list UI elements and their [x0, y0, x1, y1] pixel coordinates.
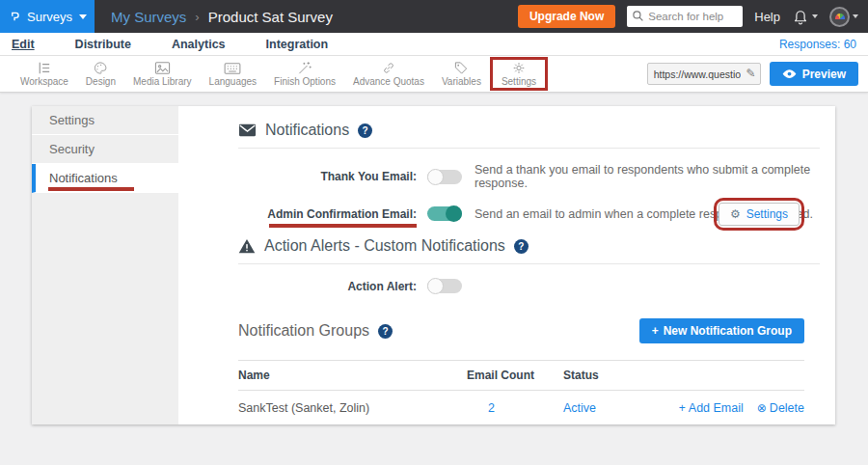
action-alert-label: Action Alert: [238, 280, 417, 293]
tab-edit[interactable]: Edit [12, 38, 35, 51]
sidebar-item-notifications[interactable]: Notifications [32, 164, 178, 193]
gauge-icon [835, 14, 845, 19]
table-row: SankTest (Sanket, Zolin) 2 Active + Add … [238, 391, 804, 425]
upgrade-now-button[interactable]: Upgrade Now [518, 5, 615, 28]
admin-confirmation-email-row: Admin Confirmation Email: Send an email … [238, 206, 820, 221]
wand-icon [297, 61, 312, 75]
toolbar-right-cluster: ✎ Preview [647, 62, 858, 86]
chain-links-icon [381, 61, 396, 75]
chevron-down-icon [853, 14, 858, 18]
app-window: Surveys My Surveys › Product Sat Survey … [0, 0, 868, 465]
survey-nav: Edit Distribute Analytics Integration Re… [0, 33, 868, 56]
breadcrumb-separator: › [195, 10, 199, 24]
admin-confirmation-email-label: Admin Confirmation Email: [238, 207, 417, 221]
help-icon[interactable]: ? [358, 123, 372, 138]
search-icon [632, 10, 644, 22]
divider [238, 148, 820, 149]
palette-icon [93, 61, 108, 75]
toolbar-item-advance-quotas[interactable]: Advance Quotas [344, 59, 433, 89]
topbar-right-cluster: Upgrade Now Help [518, 0, 868, 33]
section-title: Notifications [265, 122, 349, 139]
survey-url-input[interactable] [647, 63, 761, 85]
toolbar-item-finish-options[interactable]: Finish Options [265, 59, 344, 89]
image-icon [154, 61, 171, 75]
toggle-knob [427, 169, 444, 185]
settings-panel: Settings Security Notifications Notifica… [32, 106, 835, 424]
sidebar-item-security[interactable]: Security [32, 135, 178, 164]
breadcrumb: My Surveys › Product Sat Survey [111, 0, 333, 33]
group-status-link[interactable]: Active [563, 401, 652, 415]
tab-integration[interactable]: Integration [266, 38, 329, 51]
pencil-icon[interactable]: ✎ [746, 67, 756, 80]
breadcrumb-current: Product Sat Survey [208, 9, 333, 25]
gear-icon: ⚙ [730, 207, 741, 221]
divider [238, 263, 820, 264]
tag-icon [453, 61, 469, 75]
thank-you-email-toggle[interactable] [427, 170, 462, 184]
add-email-link[interactable]: + Add Email [679, 401, 744, 415]
new-notification-group-button[interactable]: + New Notification Group [639, 318, 804, 343]
help-link[interactable]: Help [754, 10, 780, 24]
plus-icon: + [679, 401, 686, 415]
toolbar-item-media-library[interactable]: Media Library [124, 59, 201, 89]
toolbar-item-variables[interactable]: Variables [433, 59, 490, 89]
notifications-bell-menu[interactable] [792, 8, 818, 25]
group-email-count-link[interactable]: 2 [467, 401, 563, 415]
chevron-down-icon [79, 14, 87, 19]
help-icon[interactable]: ? [378, 324, 393, 339]
annotation-underline [48, 187, 134, 191]
delete-link[interactable]: ⊗ Delete [757, 401, 804, 415]
notification-groups-table: Name Email Count Status SankTest (Sanket… [238, 360, 804, 425]
tab-distribute[interactable]: Distribute [75, 38, 131, 51]
thank-you-email-label: Thank You Email: [238, 170, 417, 183]
survey-url-field: ✎ [647, 63, 761, 85]
gear-icon [511, 61, 527, 75]
account-menu[interactable] [829, 7, 858, 27]
help-icon[interactable]: ? [514, 239, 529, 254]
toggle-knob [446, 205, 462, 222]
toolbar-item-settings[interactable]: Settings [490, 57, 548, 91]
toolbar-item-workspace[interactable]: Workspace [12, 59, 77, 89]
toolbar-item-languages[interactable]: Languages [201, 60, 266, 89]
thank-you-email-description: Send a thank you email to respondents wh… [475, 163, 820, 190]
notifications-content: Notifications ? Thank You Email: Send a … [178, 106, 835, 424]
delete-icon: ⊗ [757, 401, 767, 415]
help-search [627, 6, 743, 27]
column-header-status: Status [563, 369, 652, 382]
action-alert-toggle[interactable] [427, 279, 462, 293]
annotation-box: ⚙ Settings [714, 198, 804, 231]
action-alert-row: Action Alert: [238, 279, 820, 293]
column-header-name: Name [238, 369, 467, 382]
toolbar-item-design[interactable]: Design [77, 59, 124, 89]
section-title: Notification Groups [238, 322, 369, 340]
thank-you-email-row: Thank You Email: Send a thank you email … [238, 163, 820, 190]
group-name: SankTest (Sanket, Zolin) [238, 401, 467, 415]
help-search-input[interactable] [627, 6, 743, 27]
edit-toolbar: Workspace Design Media Library Languages… [0, 56, 868, 93]
preview-button[interactable]: Preview [770, 62, 858, 86]
tab-analytics[interactable]: Analytics [172, 38, 226, 51]
column-header-email-count: Email Count [467, 369, 563, 382]
envelope-icon [238, 123, 257, 137]
chevron-down-icon [812, 14, 818, 18]
toggle-knob [427, 278, 444, 294]
avatar [829, 7, 850, 27]
section-title: Action Alerts - Custom Notifications [264, 237, 505, 255]
admin-confirmation-email-toggle[interactable] [427, 206, 462, 221]
breadcrumb-parent[interactable]: My Surveys [111, 9, 186, 25]
table-header-row: Name Email Count Status [238, 360, 804, 391]
settings-sidebar: Settings Security Notifications [32, 106, 178, 424]
annotation-underline [269, 224, 417, 228]
product-menu-label: Surveys [27, 10, 72, 24]
notification-groups-header: Notification Groups ? + New Notification… [238, 318, 820, 343]
sidebar-item-settings[interactable]: Settings [32, 106, 178, 135]
product-menu[interactable]: Surveys [0, 0, 95, 33]
admin-email-settings-button[interactable]: ⚙ Settings [719, 203, 800, 226]
action-alerts-section-header: Action Alerts - Custom Notifications ? [238, 237, 820, 255]
workspace-icon [36, 61, 52, 75]
bell-icon [792, 8, 809, 25]
top-header-bar: Surveys My Surveys › Product Sat Survey … [0, 0, 868, 33]
responses-count[interactable]: Responses: 60 [779, 38, 856, 51]
plus-icon: + [652, 324, 659, 338]
keyboard-icon [224, 62, 241, 75]
